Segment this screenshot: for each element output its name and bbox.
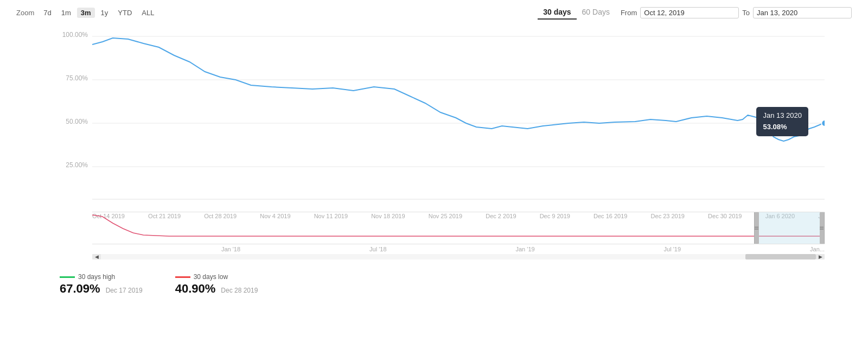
svg-point-5 <box>821 120 825 126</box>
nav-handle-right[interactable]: ||| <box>820 212 824 244</box>
stat-low: 30 days low 40.90% Dec 28 2019 <box>175 273 258 296</box>
nav-handle-right-lines: ||| <box>820 226 825 230</box>
mini-x-axis: Jan '18 Jul '18 Jan '19 Jul '19 Jan... <box>92 244 825 252</box>
zoom-all[interactable]: ALL <box>138 8 158 18</box>
tab-60days[interactable]: 60 Days <box>577 5 615 20</box>
stat-high-date: Dec 17 2019 <box>106 287 143 294</box>
y-label-25: 25.00% <box>66 161 88 169</box>
stat-low-label: 30 days low <box>175 273 258 281</box>
main-chart-svg <box>92 23 825 207</box>
main-container: Zoom 7d 1m 3m 1y YTD ALL 30 days 60 Days… <box>0 0 868 342</box>
from-to-section: From To <box>621 7 852 18</box>
scrollbar-thumb[interactable] <box>745 254 816 259</box>
stat-low-value: 40.90% <box>175 282 216 296</box>
scroll-right-arrow[interactable]: ▶ <box>816 254 825 259</box>
zoom-1y[interactable]: 1y <box>97 8 112 18</box>
from-label: From <box>621 9 637 17</box>
mini-x-label-1: Jan '18 <box>221 246 240 252</box>
nav-handle-left-lines: ||| <box>755 226 760 230</box>
tab-30days[interactable]: 30 days <box>538 5 576 20</box>
mini-x-label-2: Jul '18 <box>369 246 386 252</box>
low-line-indicator <box>175 276 190 278</box>
top-controls: Zoom 7d 1m 3m 1y YTD ALL 30 days 60 Days… <box>11 5 857 20</box>
stats-section: 30 days high 67.09% Dec 17 2019 30 days … <box>54 265 825 296</box>
from-date-input[interactable] <box>640 7 739 18</box>
scrollbar[interactable]: ◀ ▶ <box>92 254 825 259</box>
nav-handle-left[interactable]: ||| <box>755 212 759 244</box>
zoom-7d[interactable]: 7d <box>40 8 55 18</box>
zoom-1m[interactable]: 1m <box>58 8 75 18</box>
zoom-controls: Zoom 7d 1m 3m 1y YTD ALL <box>16 8 158 18</box>
right-controls: 30 days 60 Days From To <box>538 5 852 20</box>
zoom-label: Zoom <box>16 9 34 17</box>
mini-x-label-3: Jan '19 <box>516 246 535 252</box>
stat-high-value: 67.09% <box>60 282 100 296</box>
chart-area: 100.00% 75.00% 50.00% 25.00% <box>11 23 857 337</box>
scroll-left-arrow[interactable]: ◀ <box>92 254 101 259</box>
high-line-indicator <box>60 276 75 278</box>
y-label-100: 100.00% <box>62 31 88 39</box>
zoom-ytd[interactable]: YTD <box>114 8 136 18</box>
period-tabs: 30 days 60 Days <box>538 5 615 20</box>
mini-x-label-4: Jul '19 <box>664 246 681 252</box>
zoom-3m[interactable]: 3m <box>77 8 95 18</box>
stat-low-date: Dec 28 2019 <box>221 287 258 294</box>
mini-x-label-5: Jan... <box>810 246 825 252</box>
navigator-selection[interactable]: ||| ||| <box>754 212 825 244</box>
stat-high: 30 days high 67.09% Dec 17 2019 <box>60 273 143 296</box>
y-label-75: 75.00% <box>66 74 88 82</box>
stat-high-label: 30 days high <box>60 273 143 281</box>
to-label: To <box>742 9 750 17</box>
mini-chart: ||| ||| <box>92 212 825 244</box>
mini-chart-svg <box>92 212 825 244</box>
to-date-input[interactable] <box>753 7 852 18</box>
y-label-50: 50.00% <box>66 118 88 125</box>
